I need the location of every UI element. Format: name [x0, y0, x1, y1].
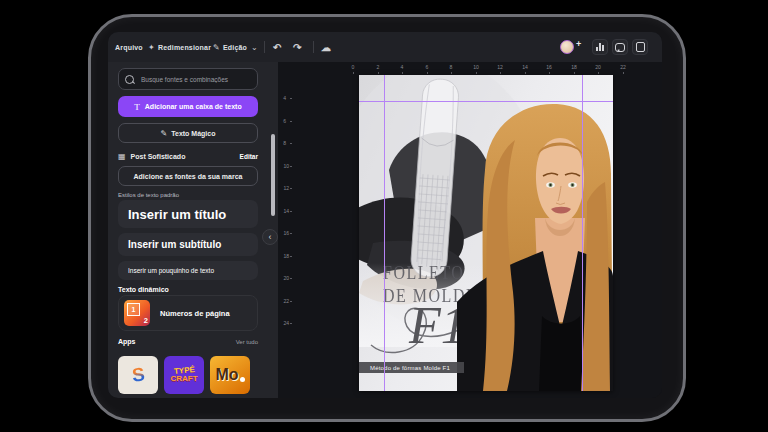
ruler-label: 24: [284, 320, 290, 325]
ruler-label: 10: [473, 64, 479, 69]
mojo-dot: [240, 377, 245, 382]
ruler-label: 14: [284, 208, 290, 213]
insert-body-text-card[interactable]: Inserir um pouquinho de texto: [118, 261, 258, 280]
sparkle-icon: ✦: [148, 43, 155, 52]
default-styles-label: Estilos de texto padrão: [118, 192, 179, 198]
ruler-label: 20: [284, 275, 290, 280]
ruler-tick: [353, 72, 354, 74]
share-button[interactable]: [632, 39, 648, 55]
ruler-label: 12: [284, 185, 290, 190]
ruler-tick: [290, 188, 292, 189]
design-page[interactable]: FOLLETO DE MOLDE F1: [359, 75, 613, 391]
ruler-tick: [290, 143, 292, 144]
vertical-guide-right[interactable]: [582, 75, 583, 391]
desktop-background: Arquivo ✦ Redimensionar ✎ Edição ⌄ ↶ ↷ ☁: [0, 0, 768, 432]
page-numbers-label: Números de página: [160, 309, 230, 318]
ruler-tick: [500, 72, 501, 74]
ruler-label: 22: [620, 64, 626, 69]
edit-label: Edição: [223, 44, 247, 51]
undo-icon: ↶: [273, 42, 282, 53]
brand-fonts-button[interactable]: Adicione as fontes da sua marca: [118, 166, 258, 186]
brand-kit-name: Post Sofisticado: [131, 153, 186, 160]
topbar-divider: [264, 41, 265, 53]
brand-edit-link[interactable]: Editar: [240, 153, 258, 160]
ruler-label: 18: [571, 64, 577, 69]
vertical-guide-left[interactable]: [384, 75, 385, 391]
magic-text-button[interactable]: ✎ Texto Mágico: [118, 123, 258, 143]
ruler-label: 8: [283, 140, 286, 145]
share-icon: [636, 42, 645, 52]
see-all-link[interactable]: Ver tudo: [236, 339, 258, 345]
app-thumbnail-mojo[interactable]: Mo: [210, 356, 250, 394]
ruler-tick: [290, 301, 292, 302]
banner-text: Método de fôrmas Molde F1: [370, 365, 450, 371]
woman-photo[interactable]: [457, 100, 613, 391]
magic-text-label: Texto Mágico: [171, 130, 215, 137]
horizontal-guide[interactable]: [359, 101, 613, 102]
horizontal-ruler: 0246810121416182022: [278, 62, 662, 74]
text-panel: T Adicionar uma caixa de texto ✎ Texto M…: [108, 62, 278, 398]
edit-menu[interactable]: ✎ Edição ⌄: [213, 32, 261, 62]
page-numbers-card[interactable]: 1 2 Números de página: [118, 295, 258, 331]
ruler-tick: [476, 72, 477, 74]
ruler-label: 16: [284, 230, 290, 235]
cloud-icon: ☁: [321, 42, 331, 53]
insert-title-label: Inserir um título: [128, 207, 226, 222]
ruler-tick: [290, 233, 292, 234]
ruler-label: 20: [595, 64, 601, 69]
insert-subtitle-card[interactable]: Inserir um subtítulo: [118, 233, 258, 256]
comments-button[interactable]: [612, 39, 628, 55]
canvas-workspace[interactable]: 0246810121416182022 4681012141618202224: [278, 62, 662, 398]
ruler-label: 18: [284, 253, 290, 258]
ruler-label: 4: [401, 64, 404, 69]
ruler-tick: [549, 72, 550, 74]
mojo-logo: Mo: [215, 366, 238, 384]
avatar[interactable]: [560, 40, 574, 54]
ruler-tick: [427, 72, 428, 74]
ruler-tick: [290, 323, 292, 324]
add-member-button[interactable]: +: [576, 39, 581, 49]
brand-kit-row[interactable]: ▦ Post Sofisticado Editar: [118, 150, 258, 162]
file-menu[interactable]: Arquivo: [115, 32, 143, 62]
cloud-save-status[interactable]: ☁: [321, 32, 331, 62]
ruler-tick: [290, 211, 292, 212]
vertical-ruler: 4681012141618202224: [278, 62, 292, 398]
app-thumbnail-typecraft[interactable]: TYPÉ CRAFT: [164, 356, 204, 394]
app-thumbnail-shade[interactable]: S: [118, 356, 158, 394]
insert-body-text-label: Inserir um pouquinho de texto: [128, 267, 214, 274]
search-icon: [125, 75, 134, 84]
brand-fonts-label: Adicione as fontes da sua marca: [134, 173, 243, 180]
file-menu-label: Arquivo: [115, 44, 143, 51]
add-textbox-label: Adicionar uma caixa de texto: [145, 103, 242, 110]
search-input[interactable]: [139, 75, 251, 84]
redo-button[interactable]: ↷: [293, 32, 302, 62]
resize-label: Redimensionar: [158, 44, 211, 51]
insert-subtitle-label: Inserir um subtítulo: [128, 239, 221, 250]
panel-collapse-button[interactable]: ‹: [262, 229, 278, 245]
font-search-box[interactable]: [118, 68, 258, 90]
ruler-tick: [290, 166, 292, 167]
ruler-tick: [525, 72, 526, 74]
badge-two: 2: [144, 316, 148, 325]
chevron-down-icon: ⌄: [251, 43, 258, 52]
dynamic-text-label: Texto dinâmico: [118, 286, 169, 293]
ruler-tick: [290, 278, 292, 279]
ruler-tick: [451, 72, 452, 74]
ruler-tick: [290, 256, 292, 257]
ruler-label: 8: [450, 64, 453, 69]
insights-button[interactable]: [592, 39, 608, 55]
ruler-tick: [290, 98, 292, 99]
magic-pen-icon: ✎: [161, 129, 168, 138]
insert-title-card[interactable]: Inserir um título: [118, 200, 258, 228]
app-s-logo: S: [131, 363, 146, 386]
add-textbox-button[interactable]: T Adicionar uma caixa de texto: [118, 96, 258, 117]
ruler-label: 6: [425, 64, 428, 69]
ruler-label: 22: [284, 298, 290, 303]
ruler-label: 6: [283, 118, 286, 123]
design-banner[interactable]: Método de fôrmas Molde F1: [359, 362, 464, 373]
ruler-label: 4: [283, 95, 286, 100]
panel-scrollbar[interactable]: [271, 134, 275, 216]
undo-button[interactable]: ↶: [273, 32, 282, 62]
badge-one: 1: [127, 303, 140, 316]
resize-button[interactable]: ✦ Redimensionar: [148, 32, 211, 62]
